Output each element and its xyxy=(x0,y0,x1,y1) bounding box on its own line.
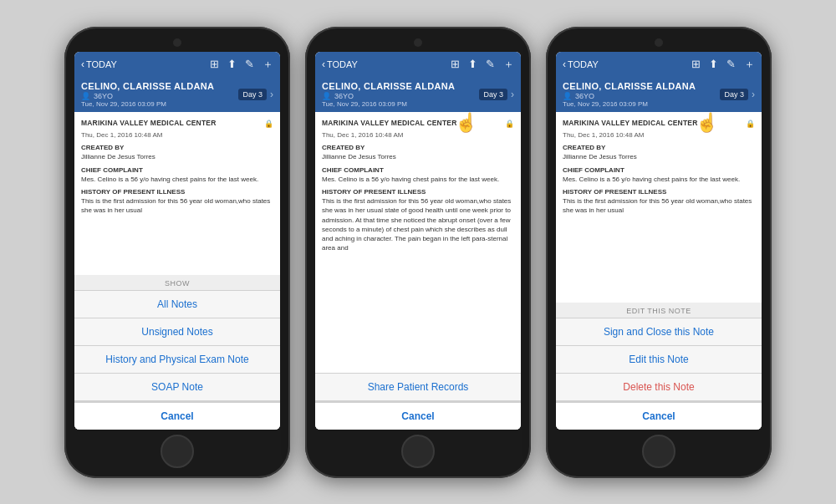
facility-3: MARIKINA VALLEY MEDICAL CENTER xyxy=(563,119,698,129)
patient-age-3: 36YO xyxy=(575,92,594,100)
patient-meta-2: 👤 36YO xyxy=(322,92,479,100)
back-chevron-3: ‹ xyxy=(563,59,566,70)
action-sheet-1: SHOW All Notes Unsigned Notes History an… xyxy=(74,275,280,430)
screen-2: ☝ ‹ TODAY ⊞ ⬆ ✎ ＋ CELINO, CLARISSE ALDAN… xyxy=(315,52,521,430)
patient-date-1: Tue, Nov 29, 2016 03:09 PM xyxy=(81,100,238,108)
share-icon-2[interactable]: ⬆ xyxy=(468,58,477,70)
nav-icons-3: ⊞ ⬆ ✎ ＋ xyxy=(691,57,755,72)
hpi-label-1: HISTORY OF PRESENT ILLNESS xyxy=(81,187,273,196)
action-sheet-inner-1: SHOW All Notes Unsigned Notes History an… xyxy=(74,275,280,430)
edit-icon-3[interactable]: ✎ xyxy=(726,58,736,70)
note-content-2: MARIKINA VALLEY MEDICAL CENTER 🔒 Thu, De… xyxy=(315,112,521,262)
action-edit-note[interactable]: Edit this Note xyxy=(556,345,762,373)
facility-2: MARIKINA VALLEY MEDICAL CENTER xyxy=(322,119,457,129)
hpi-val-1: This is the first admission for this 56 … xyxy=(81,196,273,215)
action-label-1: SHOW xyxy=(74,275,280,290)
created-by-val-1: Jillianne De Jesus Torres xyxy=(81,152,273,161)
action-unsigned-notes[interactable]: Unsigned Notes xyxy=(74,318,280,345)
nav-back-3[interactable]: ‹ TODAY xyxy=(563,59,599,70)
day-badge-1: Day 3 xyxy=(238,89,267,100)
patient-info-3: CELINO, CLARISSE ALDANA 👤 36YO Tue, Nov … xyxy=(563,81,720,108)
patient-row-1[interactable]: CELINO, CLARISSE ALDANA 👤 36YO Tue, Nov … xyxy=(74,77,280,112)
phone-3: ☝ ‹ TODAY ⊞ ⬆ ✎ ＋ CELINO, CLARISSE ALDAN… xyxy=(546,27,772,478)
hpi-label-3: HISTORY OF PRESENT ILLNESS xyxy=(563,187,755,196)
action-sheet-inner-3: Edit this note Sign and Close this Note … xyxy=(556,303,762,430)
day-badge-2: Day 3 xyxy=(479,89,507,100)
action-cancel-3[interactable]: Cancel xyxy=(556,400,762,430)
facility-1: MARIKINA VALLEY MEDICAL CENTER xyxy=(81,119,217,129)
action-cancel-1[interactable]: Cancel xyxy=(74,400,280,430)
chief-complaint-label-3: CHIEF COMPLAINT xyxy=(563,165,755,175)
nav-bar-1: ‹ TODAY ⊞ ⬆ ✎ ＋ xyxy=(74,52,280,77)
note-header-2: MARIKINA VALLEY MEDICAL CENTER 🔒 xyxy=(322,119,514,130)
action-sign-close[interactable]: Sign and Close this Note xyxy=(556,318,762,345)
created-by-label-1: CREATED BY xyxy=(81,143,273,152)
person-icon-3: 👤 xyxy=(563,92,572,100)
phone-2: ☝ ‹ TODAY ⊞ ⬆ ✎ ＋ CELINO, CLARISSE ALDAN… xyxy=(305,27,531,478)
note-header-1: MARIKINA VALLEY MEDICAL CENTER 🔒 xyxy=(81,119,273,130)
note-content-1: MARIKINA VALLEY MEDICAL CENTER 🔒 Thu, De… xyxy=(74,112,280,224)
action-soap-note[interactable]: SOAP Note xyxy=(74,373,280,400)
back-chevron-2: ‹ xyxy=(322,59,325,70)
phones-container: ‹ TODAY ⊞ ⬆ ✎ ＋ CELINO, CLARISSE ALDANA … xyxy=(48,10,788,495)
add-icon-2[interactable]: ＋ xyxy=(503,57,514,72)
nav-today-label-1: TODAY xyxy=(86,59,117,69)
patient-meta-1: 👤 36YO xyxy=(81,92,238,100)
nav-today-label-2: TODAY xyxy=(327,59,358,69)
note-date-1: Thu, Dec 1, 2016 10:48 AM xyxy=(81,130,273,140)
content-area-1: MARIKINA VALLEY MEDICAL CENTER 🔒 Thu, De… xyxy=(74,112,280,430)
created-by-label-3: CREATED BY xyxy=(563,143,755,152)
nav-icons-2: ⊞ ⬆ ✎ ＋ xyxy=(451,57,514,72)
touch-pointer-2: ☝ xyxy=(455,112,477,134)
touch-pointer-3: ☝ xyxy=(696,112,718,134)
created-by-val-2: Jillianne De Jesus Torres xyxy=(322,152,514,161)
patient-info-1: CELINO, CLARISSE ALDANA 👤 36YO Tue, Nov … xyxy=(81,81,238,108)
add-icon-1[interactable]: ＋ xyxy=(263,57,273,72)
action-all-notes[interactable]: All Notes xyxy=(74,290,280,318)
phone-1: ‹ TODAY ⊞ ⬆ ✎ ＋ CELINO, CLARISSE ALDANA … xyxy=(64,27,290,478)
action-edit-note-label-3: Edit this note xyxy=(556,303,762,318)
nav-back-2[interactable]: ‹ TODAY xyxy=(322,59,358,70)
patient-info-2: CELINO, CLARISSE ALDANA 👤 36YO Tue, Nov … xyxy=(322,81,479,108)
nav-today-label-3: TODAY xyxy=(568,59,599,69)
patient-age-1: 36YO xyxy=(94,92,113,100)
patient-date-3: Tue, Nov 29, 2016 03:09 PM xyxy=(563,100,720,108)
lock-icon-3: 🔒 xyxy=(746,119,755,130)
screen-3: ☝ ‹ TODAY ⊞ ⬆ ✎ ＋ CELINO, CLARISSE ALDAN… xyxy=(556,52,762,430)
edit-icon-1[interactable]: ✎ xyxy=(245,58,254,70)
camera-dot-1 xyxy=(173,38,181,47)
hpi-val-3: This is the first admission for this 56 … xyxy=(563,196,755,215)
action-history-physical[interactable]: History and Physical Exam Note xyxy=(74,345,280,373)
action-sheet-3: Edit this note Sign and Close this Note … xyxy=(556,303,762,430)
patient-row-2[interactable]: CELINO, CLARISSE ALDANA 👤 36YO Tue, Nov … xyxy=(315,77,521,112)
note-content-3: MARIKINA VALLEY MEDICAL CENTER 🔒 Thu, De… xyxy=(556,112,762,224)
patient-row-3[interactable]: CELINO, CLARISSE ALDANA 👤 36YO Tue, Nov … xyxy=(556,77,762,112)
filter-icon-3[interactable]: ⊞ xyxy=(691,58,701,70)
nav-back-1[interactable]: ‹ TODAY xyxy=(81,59,117,70)
chief-complaint-val-2: Mes. Celino is a 56 y/o having chest pai… xyxy=(322,175,514,184)
created-by-label-2: CREATED BY xyxy=(322,143,514,152)
content-area-2: MARIKINA VALLEY MEDICAL CENTER 🔒 Thu, De… xyxy=(315,112,521,430)
add-icon-3[interactable]: ＋ xyxy=(744,57,755,72)
camera-dot-2 xyxy=(414,38,422,47)
patient-chevron-3: › xyxy=(752,89,755,100)
note-header-3: MARIKINA VALLEY MEDICAL CENTER 🔒 xyxy=(563,119,755,130)
patient-name-3: CELINO, CLARISSE ALDANA xyxy=(563,81,720,91)
note-date-3: Thu, Dec 1, 2016 10:48 AM xyxy=(563,130,755,140)
action-cancel-2[interactable]: Cancel xyxy=(315,400,521,430)
share-icon-1[interactable]: ⬆ xyxy=(227,58,237,70)
day-badge-3: Day 3 xyxy=(720,89,748,100)
home-button-2[interactable] xyxy=(401,435,435,468)
camera-dot-3 xyxy=(655,38,663,47)
edit-icon-2[interactable]: ✎ xyxy=(486,58,495,70)
filter-icon-1[interactable]: ⊞ xyxy=(210,58,219,70)
action-share-records[interactable]: Share Patient Records xyxy=(315,373,521,400)
patient-name-2: CELINO, CLARISSE ALDANA xyxy=(322,81,479,91)
home-button-3[interactable] xyxy=(642,435,675,468)
share-icon-3[interactable]: ⬆ xyxy=(709,58,718,70)
filter-icon-2[interactable]: ⊞ xyxy=(451,58,460,70)
chief-complaint-val-3: Mes. Celino is a 56 y/o having chest pai… xyxy=(563,175,755,184)
person-icon-2: 👤 xyxy=(322,92,331,100)
home-button-1[interactable] xyxy=(161,435,194,468)
action-delete-note[interactable]: Delete this Note xyxy=(556,373,762,400)
